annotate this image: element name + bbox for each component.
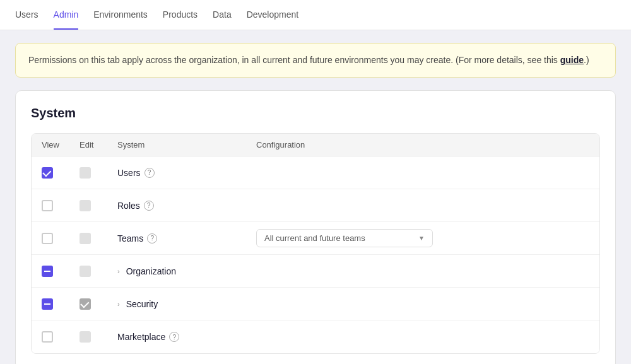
header-configuration: Configuration [256, 140, 589, 150]
edit-cell-teams [80, 233, 117, 244]
system-label-teams: Teams [117, 233, 143, 244]
system-card: System View Edit System Configuration Us… [15, 90, 616, 364]
nav-item-development[interactable]: Development [247, 1, 299, 30]
system-label-roles: Roles [117, 201, 140, 211]
table-row-security: ›Security [32, 288, 599, 320]
alert-text-after: .) [584, 55, 589, 65]
edit-checkbox-marketplace[interactable] [80, 331, 91, 343]
view-checkbox-users[interactable] [42, 167, 53, 179]
table-row-teams: Teams?All current and future teams▼ [32, 222, 599, 255]
view-cell-marketplace [42, 331, 80, 343]
system-label-marketplace: Marketplace [117, 332, 165, 342]
nav-item-environments[interactable]: Environments [93, 1, 148, 30]
view-checkbox-marketplace[interactable] [42, 331, 53, 343]
card-title: System [31, 106, 600, 120]
view-checkbox-security[interactable] [42, 298, 53, 310]
view-checkbox-roles[interactable] [42, 200, 53, 211]
header-view: View [42, 140, 80, 150]
table-row-roles: Roles? [32, 189, 599, 222]
help-icon-roles[interactable]: ? [144, 201, 154, 211]
edit-checkbox-users[interactable] [80, 167, 91, 179]
table-row-organization: ›Organization [32, 255, 599, 288]
edit-cell-marketplace [80, 331, 117, 343]
view-cell-roles [42, 200, 80, 211]
chevron-icon-security[interactable]: › [117, 300, 120, 308]
help-icon-users[interactable]: ? [144, 168, 155, 178]
table-row-marketplace: Marketplace? [32, 320, 599, 353]
config-dropdown-arrow-teams: ▼ [418, 235, 425, 242]
edit-cell-users [80, 167, 117, 179]
view-cell-security [42, 298, 80, 310]
view-checkbox-organization[interactable] [42, 266, 53, 277]
alert-text-before: Permissions on this tab apply across the… [28, 55, 560, 65]
system-label-organization: Organization [126, 266, 176, 276]
system-cell-marketplace: Marketplace? [117, 332, 256, 342]
config-dropdown-teams[interactable]: All current and future teams▼ [256, 229, 433, 247]
permissions-table: View Edit System Configuration Users?Rol… [31, 133, 600, 354]
config-cell-teams: All current and future teams▼ [256, 229, 589, 247]
system-cell-teams: Teams? [117, 233, 256, 244]
view-checkbox-teams[interactable] [42, 233, 53, 244]
view-cell-teams [42, 233, 80, 244]
nav-item-products[interactable]: Products [163, 1, 198, 30]
system-cell-security: ›Security [117, 299, 256, 309]
table-row-users: Users? [32, 156, 599, 189]
permissions-alert: Permissions on this tab apply across the… [15, 43, 616, 78]
view-cell-users [42, 167, 80, 179]
table-header: View Edit System Configuration [32, 134, 599, 156]
help-icon-marketplace[interactable]: ? [169, 332, 179, 342]
config-dropdown-text-teams: All current and future teams [264, 233, 365, 243]
system-cell-users: Users? [117, 168, 256, 178]
edit-checkbox-roles[interactable] [80, 200, 91, 211]
help-icon-teams[interactable]: ? [147, 233, 157, 244]
system-cell-organization: ›Organization [117, 266, 256, 276]
header-edit: Edit [80, 140, 117, 150]
guide-link[interactable]: guide [560, 55, 584, 65]
edit-checkbox-teams[interactable] [80, 233, 91, 244]
edit-checkbox-security[interactable] [80, 298, 91, 310]
chevron-icon-organization[interactable]: › [117, 267, 120, 275]
edit-cell-roles [80, 200, 117, 211]
header-system: System [117, 140, 256, 150]
system-cell-roles: Roles? [117, 201, 256, 211]
top-navigation: UsersAdminEnvironmentsProductsDataDevelo… [0, 0, 631, 30]
nav-item-admin[interactable]: Admin [54, 1, 79, 30]
system-label-users: Users [117, 168, 141, 178]
table-body: Users?Roles?Teams?All current and future… [32, 156, 599, 353]
edit-cell-security [80, 298, 117, 310]
edit-cell-organization [80, 266, 117, 277]
view-cell-organization [42, 266, 80, 277]
nav-item-data[interactable]: Data [213, 1, 232, 30]
nav-item-users[interactable]: Users [15, 1, 38, 30]
edit-checkbox-organization[interactable] [80, 266, 91, 277]
page-content: Permissions on this tab apply across the… [0, 30, 631, 364]
system-label-security: Security [126, 299, 158, 309]
